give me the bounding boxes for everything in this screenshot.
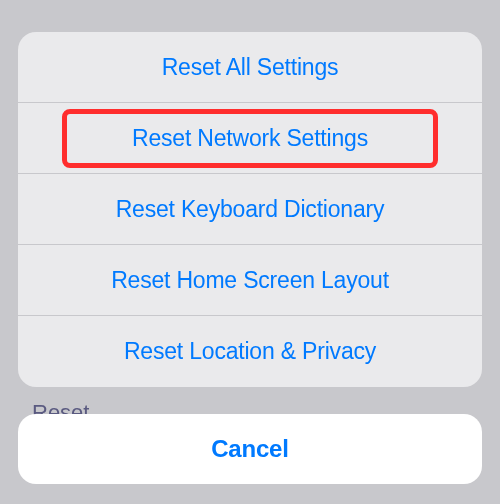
reset-home-screen-layout-button[interactable]: Reset Home Screen Layout	[18, 245, 482, 316]
action-label: Reset Keyboard Dictionary	[116, 196, 385, 223]
reset-keyboard-dictionary-button[interactable]: Reset Keyboard Dictionary	[18, 174, 482, 245]
reset-network-settings-button[interactable]: Reset Network Settings	[18, 103, 482, 174]
reset-location-privacy-button[interactable]: Reset Location & Privacy	[18, 316, 482, 387]
action-label: Reset Network Settings	[132, 125, 368, 152]
reset-all-settings-button[interactable]: Reset All Settings	[18, 32, 482, 103]
action-label: Reset All Settings	[162, 54, 339, 81]
cancel-label: Cancel	[211, 435, 289, 463]
reset-action-sheet: Reset All Settings Reset Network Setting…	[18, 32, 482, 387]
action-label: Reset Home Screen Layout	[111, 267, 389, 294]
action-label: Reset Location & Privacy	[124, 338, 376, 365]
cancel-button[interactable]: Cancel	[18, 414, 482, 484]
